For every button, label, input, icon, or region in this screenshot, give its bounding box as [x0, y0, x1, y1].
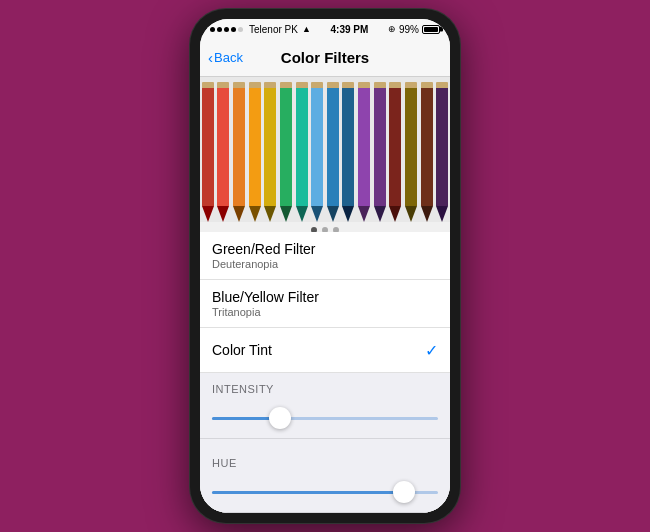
status-bar: Telenor PK ▲ 4:39 PM ⊕ 99% — [200, 19, 450, 39]
pencil-15 — [434, 82, 450, 222]
green-red-filter-label: Green/Red Filter — [212, 241, 438, 257]
signal-icon — [210, 27, 243, 32]
back-button[interactable]: ‹ Back — [208, 50, 243, 65]
color-tint-item[interactable]: Color Tint ✓ — [200, 328, 450, 372]
page-dot-2[interactable] — [322, 227, 328, 232]
pencil-3 — [247, 82, 263, 222]
location-icon: ⊕ — [388, 24, 396, 34]
blue-yellow-filter-label: Blue/Yellow Filter — [212, 289, 438, 305]
pencil-12 — [388, 82, 404, 222]
settings-list: Green/Red Filter Deuteranopia Blue/Yello… — [200, 232, 450, 513]
pencil-14 — [419, 82, 435, 222]
page-dot-3[interactable] — [333, 227, 339, 232]
hue-label: HUE — [212, 457, 237, 469]
hue-section-header: HUE — [200, 447, 450, 474]
pencil-11 — [372, 82, 388, 222]
pencil-6 — [294, 82, 310, 222]
phone-screen: Telenor PK ▲ 4:39 PM ⊕ 99% ‹ Back Color … — [200, 19, 450, 513]
pencils-container — [200, 77, 450, 222]
intensity-section-header: INTENSITY — [200, 373, 450, 400]
pencil-13 — [403, 82, 419, 222]
page-dots — [200, 222, 450, 232]
pencil-4 — [263, 82, 279, 222]
pencil-10 — [356, 82, 372, 222]
page-dot-1[interactable] — [311, 227, 317, 232]
pencil-1 — [216, 82, 232, 222]
intensity-slider-row — [200, 400, 450, 439]
intensity-label: INTENSITY — [212, 383, 274, 395]
hue-slider[interactable] — [212, 480, 438, 504]
pencil-2 — [231, 82, 247, 222]
status-right: ⊕ 99% — [388, 24, 440, 35]
phone-frame: Telenor PK ▲ 4:39 PM ⊕ 99% ‹ Back Color … — [190, 9, 460, 523]
nav-bar: ‹ Back Color Filters — [200, 39, 450, 77]
pencil-8 — [325, 82, 341, 222]
back-chevron-icon: ‹ — [208, 50, 213, 65]
pencil-5 — [278, 82, 294, 222]
battery-icon — [422, 25, 440, 34]
pencil-0 — [200, 82, 216, 222]
back-label: Back — [214, 50, 243, 65]
pencil-9 — [341, 82, 357, 222]
carrier-label: Telenor PK — [249, 24, 298, 35]
green-red-filter-item[interactable]: Green/Red Filter Deuteranopia — [200, 232, 450, 280]
wifi-icon: ▲ — [302, 24, 311, 34]
pencil-7 — [309, 82, 325, 222]
spacer — [200, 439, 450, 447]
battery-percent: 99% — [399, 24, 419, 35]
pencils-image — [200, 77, 450, 232]
blue-yellow-filter-subtitle: Tritanopia — [212, 306, 438, 318]
color-tint-label: Color Tint — [212, 342, 272, 358]
page-title: Color Filters — [281, 49, 369, 66]
intensity-slider[interactable] — [212, 406, 438, 430]
status-time: 4:39 PM — [331, 24, 369, 35]
filter-options-group: Green/Red Filter Deuteranopia Blue/Yello… — [200, 232, 450, 373]
color-tint-checkmark: ✓ — [425, 341, 438, 360]
hue-slider-row — [200, 474, 450, 513]
green-red-filter-subtitle: Deuteranopia — [212, 258, 438, 270]
status-left: Telenor PK ▲ — [210, 24, 311, 35]
blue-yellow-filter-item[interactable]: Blue/Yellow Filter Tritanopia — [200, 280, 450, 328]
